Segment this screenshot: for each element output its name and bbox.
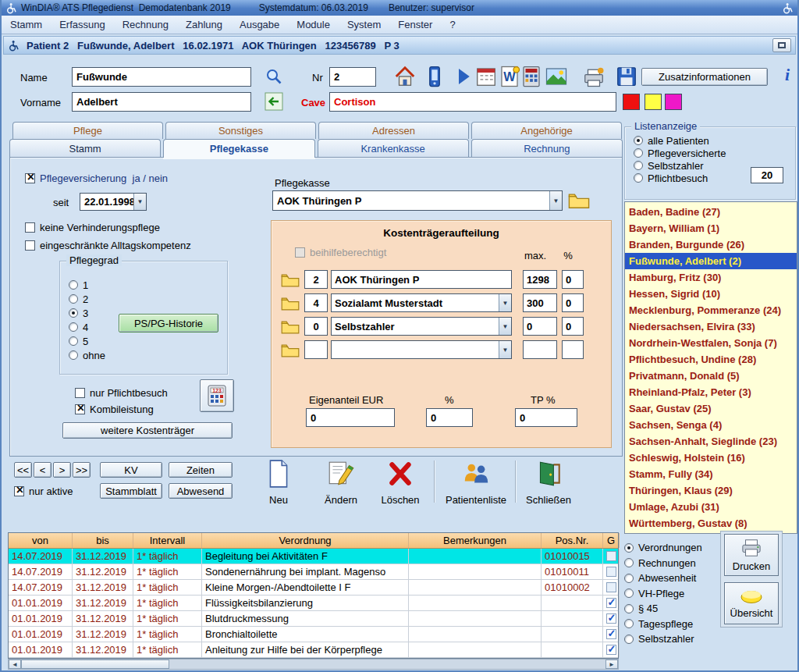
patient-list-item[interactable]: Niedersachsen, Elvira (33): [625, 318, 797, 335]
column-header-pos-nr[interactable]: Pos.Nr.: [542, 533, 603, 548]
patient-list-item[interactable]: Stamm, Fully (34): [625, 466, 797, 482]
patient-list-item[interactable]: Sachsen-Anhalt, Sieglinde (23): [625, 433, 797, 450]
tab-pflege[interactable]: Pflege: [12, 122, 163, 139]
pflegekasse-select[interactable]: AOK Thüringen P ▼: [272, 190, 563, 211]
radio-ohne[interactable]: ohne: [69, 348, 105, 362]
pflegekasse-dropdown-arrow[interactable]: ▼: [549, 191, 562, 210]
tab-krankenkasse[interactable]: Krankenkasse: [318, 139, 469, 158]
drucken-button[interactable]: Drucken: [724, 534, 779, 576]
tray-wheelchair-icon[interactable]: [782, 2, 794, 14]
folder-icon[interactable]: [281, 272, 300, 287]
calculator-icon[interactable]: [520, 64, 543, 89]
g-checkbox[interactable]: [606, 629, 616, 639]
patient-list-item[interactable]: Rheinland-Pfalz, Peter (3): [625, 384, 797, 400]
radio-alle-patienten[interactable]: alle Patienten: [634, 134, 726, 147]
dropdown-arrow[interactable]: ▼: [499, 318, 511, 335]
marker-red-swatch[interactable]: [623, 94, 640, 110]
radio-tagespflege[interactable]: Tagespflege: [624, 617, 702, 632]
g-checkbox[interactable]: [606, 598, 616, 608]
home-icon[interactable]: [393, 64, 417, 89]
patient-list-item[interactable]: Hessen, Sigrid (10): [625, 286, 797, 302]
patient-list-item[interactable]: Umlage, Azubi (31): [625, 499, 797, 515]
radio-selbstzahler[interactable]: Selbstzahler: [624, 631, 702, 647]
abwesend-button[interactable]: Abwesend: [169, 483, 233, 499]
patient-list-item[interactable]: Privatmann, Donald (5): [625, 368, 797, 384]
menu-item-ausgabe[interactable]: Ausgabe: [231, 16, 288, 34]
word-icon[interactable]: W: [498, 64, 521, 89]
tab-angehörige[interactable]: Angehörige: [471, 122, 622, 139]
column-header-bemerkungen[interactable]: Bemerkungen: [409, 533, 542, 548]
radio-abwesenheit[interactable]: Abwesenheit: [624, 571, 702, 586]
zusatzinformationen-button[interactable]: Zusatzinformationen: [641, 68, 768, 86]
radio-pflegeversicherte[interactable]: Pflegeversicherte: [634, 147, 726, 159]
radio-4[interactable]: 4: [69, 320, 105, 334]
nur-pflichtbesuch-checkbox[interactable]: nur Pflichtbesuch: [75, 387, 168, 399]
menu-item-fenster[interactable]: Fenster: [389, 16, 441, 34]
radio-selbstzahler[interactable]: Selbstzahler: [634, 159, 726, 172]
table-row[interactable]: 14.07.201931.12.20191* täglichBegleitung…: [9, 549, 618, 564]
seit-date-input[interactable]: 22.01.1998 ▼: [80, 193, 147, 211]
dropdown-arrow[interactable]: ▼: [499, 294, 511, 311]
ps-pg-historie-button[interactable]: PS/PG-Historie: [119, 314, 218, 332]
table-row[interactable]: 01.01.201931.12.20191* täglichBronchialt…: [9, 627, 618, 642]
info-icon[interactable]: i: [781, 64, 794, 86]
name-input[interactable]: Fußwunde: [72, 67, 251, 87]
patient-list-item[interactable]: Saar, Gustav (25): [625, 400, 797, 417]
kt-name-input[interactable]: AOK Thüringen P: [331, 270, 512, 289]
tab-stamm[interactable]: Stamm: [9, 139, 161, 158]
patientenliste-button[interactable]: Patientenliste: [440, 459, 512, 506]
menu-item-erfassung[interactable]: Erfassung: [51, 16, 114, 34]
table-row[interactable]: 01.01.201931.12.20191* täglichFlüssigkei…: [9, 596, 618, 611]
patient-list-item[interactable]: Branden, Burgunde (26): [625, 236, 797, 253]
play-icon[interactable]: [451, 64, 474, 89]
g-checkbox[interactable]: [606, 551, 616, 561]
patient-list-item[interactable]: Schleswig, Holstein (16): [625, 450, 797, 466]
kv-button[interactable]: KV: [100, 462, 162, 478]
table-row[interactable]: 14.07.201931.12.20191* täglichKleine Mor…: [9, 580, 618, 596]
kt-name-input[interactable]: Selbstzahler▼: [331, 317, 512, 336]
record-next-button[interactable]: >: [53, 462, 71, 478]
horizontal-scrollbar[interactable]: ◄ ►: [8, 659, 619, 670]
menu-item-zahlung[interactable]: Zahlung: [177, 16, 231, 34]
kt-nr-input[interactable]: 0: [304, 317, 328, 336]
marker-magenta-swatch[interactable]: [665, 94, 682, 110]
nr-input[interactable]: 2: [329, 67, 376, 87]
kt-max-input[interactable]: [523, 340, 557, 359]
kt-percent-input[interactable]: [562, 340, 584, 359]
radio-45[interactable]: § 45: [624, 601, 702, 617]
pflegeversicherung-checkbox[interactable]: Pflegeversicherung ja / nein: [25, 172, 168, 184]
scrollbar-thumb[interactable]: [21, 660, 169, 669]
radio-verordnungen[interactable]: Verordnungen: [624, 540, 702, 556]
folder-icon[interactable]: [281, 319, 300, 334]
tp-percent-input[interactable]: 0: [515, 408, 577, 427]
patient-list-item[interactable]: Sachsen, Senga (4): [625, 417, 797, 433]
radio-1[interactable]: 1: [69, 278, 105, 292]
radio-pflichtbesuch[interactable]: Pflichtbesuch: [634, 172, 726, 184]
record-prev-button[interactable]: <: [34, 462, 51, 478]
eigenanteil-input[interactable]: 0: [306, 408, 395, 427]
table-row[interactable]: 01.01.201931.12.20191* täglichBlutdruckm…: [9, 611, 618, 627]
menu-item-[interactable]: ?: [441, 16, 463, 34]
kt-max-input[interactable]: 0: [523, 317, 557, 336]
kt-percent-input[interactable]: 0: [562, 293, 584, 312]
marker-yellow-swatch[interactable]: [645, 94, 662, 110]
print-patient-icon[interactable]: [582, 64, 605, 89]
record-last-button[interactable]: >>: [73, 462, 91, 478]
patient-list-item[interactable]: Mecklenburg, Pommeranze (24): [625, 302, 797, 318]
zeiten-button[interactable]: Zeiten: [169, 462, 233, 478]
kt-max-input[interactable]: 300: [523, 293, 557, 312]
patient-list-item[interactable]: Württemberg, Gustav (8): [625, 515, 797, 532]
g-checkbox[interactable]: [606, 582, 616, 592]
patient-window-titlebar[interactable]: Patient 2 Fußwunde, Adelbert 16.02.1971 …: [3, 36, 796, 55]
window-restore-button[interactable]: [772, 38, 791, 52]
aendern-button[interactable]: Ändern: [314, 459, 368, 506]
kt-name-input[interactable]: Sozialamt Musterstadt▼: [331, 293, 512, 312]
verhinderungspflege-checkbox[interactable]: keine Verhinderungspflege: [25, 222, 160, 233]
phone-icon[interactable]: [423, 64, 446, 89]
folder-icon[interactable]: [281, 296, 300, 311]
back-arrow-icon[interactable]: [264, 92, 284, 111]
record-first-button[interactable]: <<: [14, 462, 32, 478]
patient-list-item[interactable]: Bayern, William (1): [625, 220, 797, 236]
picture-icon[interactable]: [545, 64, 568, 89]
patient-list-item[interactable]: Fußwunde, Adelbert (2): [625, 253, 797, 269]
